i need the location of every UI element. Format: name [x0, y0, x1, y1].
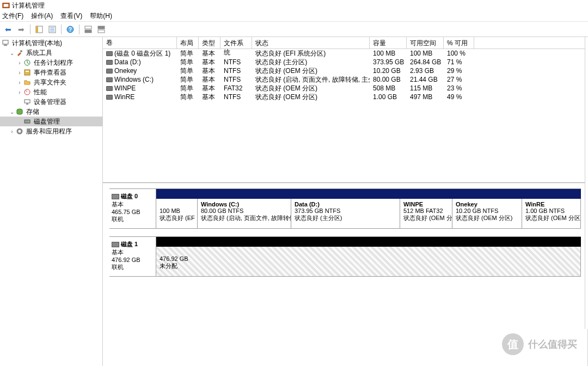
- disk-row[interactable]: 磁盘 1 基本 476.92 GB 联机 476.92 GB 未分配: [109, 236, 581, 277]
- volume-row[interactable]: WINPE简单基本FAT32状态良好 (OEM 分区)508 MB115 MB2…: [103, 84, 587, 93]
- col-capacity[interactable]: 容量: [370, 37, 407, 48]
- col-status[interactable]: 状态: [252, 37, 370, 48]
- volume-icon: [106, 77, 113, 82]
- tree-root[interactable]: 计算机管理(本地): [0, 38, 102, 48]
- arrow-left-icon: ⬅: [5, 25, 11, 34]
- partition[interactable]: Onekey10.20 GB NTFS状态良好 (OEM 分区): [452, 199, 522, 228]
- tree-performance[interactable]: › 性能: [0, 87, 102, 97]
- disk-icon: [112, 194, 119, 199]
- window-titlebar: 计算机管理: [0, 0, 588, 11]
- svg-rect-15: [4, 45, 7, 46]
- tree-storage[interactable]: ⌄ 存储: [0, 107, 102, 117]
- tree-label: 事件查看器: [34, 68, 66, 77]
- tree-disk-management[interactable]: 磁盘管理: [0, 117, 102, 126]
- disk-status: 联机: [112, 263, 154, 271]
- right-pane-divider[interactable]: [585, 37, 588, 329]
- disk-size: 465.75 GB: [112, 209, 154, 215]
- disk-topbar: [156, 189, 581, 199]
- disk-type: 基本: [112, 248, 154, 257]
- volume-list[interactable]: 卷 布局 类型 文件系统 状态 容量 可用空间 % 可用 (磁盘 0 磁盘分区 …: [103, 37, 587, 183]
- tree-system-tools[interactable]: ⌄ 系统工具: [0, 48, 102, 58]
- expander-icon[interactable]: ›: [16, 80, 23, 86]
- back-button[interactable]: ⬅: [2, 23, 14, 35]
- help-icon: ?: [66, 26, 74, 33]
- show-hide-button[interactable]: [33, 23, 45, 35]
- partition[interactable]: Windows (C:)80.00 GB NTFS状态良好 (启动, 页面文件,…: [198, 199, 291, 228]
- partition-status: 状态良好 (OEM 分区): [456, 214, 518, 222]
- expander-icon[interactable]: ›: [16, 89, 23, 95]
- volume-row[interactable]: Data (D:)简单基本NTFS状态良好 (主分区)373.95 GB264.…: [103, 58, 587, 66]
- volume-row[interactable]: WinRE简单基本NTFS状态良好 (OEM 分区)1.00 GB497 MB4…: [103, 93, 587, 101]
- volume-status: 状态良好 (启动, 页面文件, 故障转储, 主分区): [252, 75, 370, 84]
- volume-pct: 49 %: [444, 93, 474, 101]
- toggle-bottom-button[interactable]: [95, 23, 107, 35]
- col-spacer: [474, 37, 587, 48]
- disk-header[interactable]: 磁盘 0 基本 465.75 GB 联机: [109, 189, 156, 228]
- col-filesystem[interactable]: 文件系统: [220, 37, 252, 48]
- volume-icon: [106, 69, 113, 74]
- partition-name: Windows (C:): [201, 201, 287, 208]
- col-volume[interactable]: 卷: [103, 37, 177, 48]
- partition-size: 100 MB: [160, 208, 194, 214]
- expander-icon[interactable]: ›: [16, 70, 23, 76]
- view-button[interactable]: [46, 23, 58, 35]
- tree-label: 磁盘管理: [34, 117, 60, 126]
- partition[interactable]: WinRE1.00 GB NTFS状态良好 (OEM 分区): [522, 199, 581, 228]
- svg-rect-14: [3, 40, 8, 44]
- menu-file[interactable]: 文件(F): [2, 11, 23, 21]
- partition-name: [160, 201, 194, 208]
- volume-row[interactable]: Onekey简单基本NTFS状态良好 (OEM 分区)10.20 GB2.93 …: [103, 66, 587, 75]
- menu-action[interactable]: 操作(A): [31, 11, 53, 21]
- svg-rect-21: [24, 100, 30, 103]
- volume-capacity: 373.95 GB: [370, 58, 407, 66]
- disk-status: 联机: [112, 215, 154, 223]
- col-pct-free[interactable]: % 可用: [444, 37, 474, 48]
- volume-capacity: 100 MB: [370, 50, 407, 57]
- partition-size: 373.95 GB NTFS: [295, 208, 396, 214]
- tree-device-manager[interactable]: 设备管理器: [0, 97, 102, 107]
- toggle-top-button[interactable]: [82, 23, 94, 35]
- unallocated-partition[interactable]: 476.92 GB 未分配: [156, 247, 581, 276]
- expander-icon[interactable]: ›: [16, 60, 23, 66]
- volume-layout: 简单: [177, 49, 199, 58]
- partition[interactable]: WINPE512 MB FAT32状态良好 (OEM 分: [400, 199, 452, 228]
- volume-type: 基本: [199, 66, 220, 76]
- partition[interactable]: Data (D:)373.95 GB NTFS状态良好 (主分区): [291, 199, 400, 228]
- volume-icon: [106, 60, 113, 65]
- volume-capacity: 80.00 GB: [370, 76, 407, 83]
- watermark-icon: 值: [502, 333, 524, 355]
- window-title: 计算机管理: [12, 1, 45, 10]
- menu-view[interactable]: 查看(V): [60, 11, 82, 21]
- expander-icon[interactable]: ⌄: [9, 50, 15, 56]
- expander-icon[interactable]: ›: [9, 129, 15, 135]
- volume-type: 基本: [199, 49, 220, 58]
- volume-fs: NTFS: [220, 93, 252, 101]
- volume-layout: 简单: [177, 84, 199, 93]
- tree-shared-folders[interactable]: › 共享文件夹: [0, 77, 102, 87]
- svg-text:?: ?: [69, 27, 72, 33]
- tree-event-viewer[interactable]: › 事件查看器: [0, 68, 102, 77]
- tree-services-apps[interactable]: › 服务和应用程序: [0, 126, 102, 136]
- volume-row[interactable]: (磁盘 0 磁盘分区 1)简单基本状态良好 (EFI 系统分区)100 MB10…: [103, 49, 587, 58]
- partition[interactable]: 100 MB状态良好 (EF: [156, 199, 198, 228]
- volume-layout: 简单: [177, 58, 199, 67]
- forward-button[interactable]: ➡: [15, 23, 27, 35]
- volume-pct: 100 %: [444, 50, 474, 57]
- partition-name: Data (D:): [295, 201, 396, 208]
- disk-row[interactable]: 磁盘 0 基本 465.75 GB 联机 100 MB状态良好 (EFWindo…: [109, 188, 581, 229]
- partition-size: 476.92 GB: [160, 255, 577, 262]
- nav-tree[interactable]: 计算机管理(本地) ⌄ 系统工具 › 任务计划程序 › 事件查看器 › 共享文件…: [0, 37, 103, 366]
- tree-task-scheduler[interactable]: › 任务计划程序: [0, 58, 102, 68]
- disk-header[interactable]: 磁盘 1 基本 476.92 GB 联机: [109, 237, 156, 276]
- col-free[interactable]: 可用空间: [407, 37, 444, 48]
- col-type[interactable]: 类型: [199, 37, 220, 48]
- expander-icon[interactable]: ⌄: [9, 109, 15, 115]
- col-layout[interactable]: 布局: [177, 37, 199, 48]
- help-button[interactable]: ?: [64, 23, 76, 35]
- menu-help[interactable]: 帮助(H): [90, 11, 112, 21]
- svg-rect-10: [85, 26, 91, 29]
- tree-label: 服务和应用程序: [26, 127, 72, 136]
- volume-row[interactable]: Windows (C:)简单基本NTFS状态良好 (启动, 页面文件, 故障转储…: [103, 75, 587, 84]
- volume-status: 状态良好 (EFI 系统分区): [252, 49, 370, 58]
- volume-pct: 29 %: [444, 67, 474, 75]
